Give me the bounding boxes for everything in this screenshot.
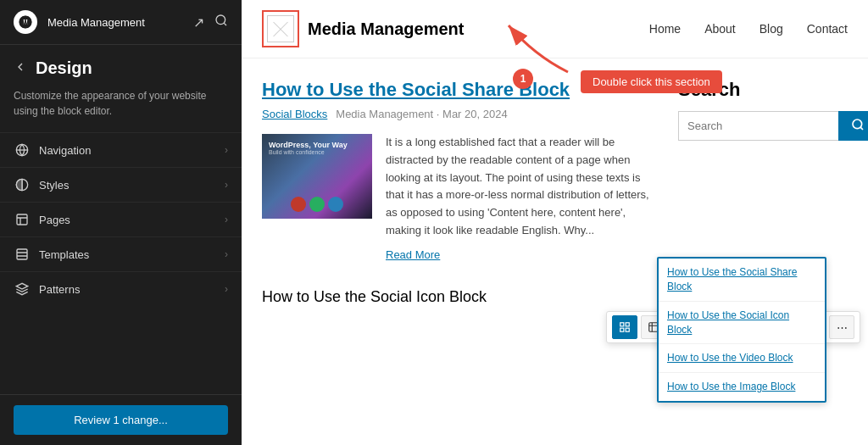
widget-title: Search (678, 79, 848, 101)
templates-chevron: › (225, 248, 228, 260)
nav-contact[interactable]: Contact (807, 22, 848, 36)
styles-label: Styles (39, 179, 225, 192)
article-meta: Social Blocks Media Management · Mar 20,… (262, 108, 651, 120)
sidebar-widget: Search (678, 79, 848, 261)
article-text-container: It is a long established fact that a rea… (386, 134, 651, 261)
svg-text:W: W (22, 19, 29, 26)
toolbar-btn-more[interactable]: ⋯ (829, 315, 854, 339)
external-link-icon[interactable]: ↗ (193, 14, 204, 31)
dropdown-item-1[interactable]: How to Use the Social Icon Block (659, 302, 825, 345)
pages-icon (14, 211, 31, 228)
search-input[interactable] (678, 111, 838, 141)
navigation-label: Navigation (39, 144, 225, 157)
sidebar-item-templates[interactable]: Templates › (0, 236, 242, 271)
read-more-link[interactable]: Read More (386, 248, 651, 261)
navigation-chevron: › (225, 144, 228, 156)
thumbnail-sub: Build with confidence (269, 149, 325, 155)
patterns-label: Patterns (39, 283, 225, 296)
styles-chevron: › (225, 179, 228, 191)
sidebar-item-navigation[interactable]: Navigation › (0, 132, 242, 167)
thumbnail-title: WordPress, Your Way (269, 141, 348, 149)
nav-blog[interactable]: Blog (760, 22, 783, 36)
article-main: How to Use the Social Share Block Social… (262, 79, 651, 261)
dropdown-panel: How to Use the Social Share Block How to… (657, 257, 826, 403)
styles-icon (14, 176, 31, 193)
thumbnail-people (291, 197, 343, 212)
nav-about[interactable]: About (704, 22, 736, 36)
nav-items: Navigation › Styles › Pages › (0, 132, 242, 394)
svg-rect-12 (626, 328, 629, 331)
site-logo-area: Media Management (262, 10, 464, 47)
article-meta-text: Media Management · Mar 20, 2024 (336, 108, 507, 120)
wp-logo[interactable]: W (14, 10, 37, 34)
pages-label: Pages (39, 214, 225, 226)
article-body: WordPress, Your Way Build with confidenc… (262, 134, 651, 261)
search-button[interactable] (838, 111, 868, 141)
patterns-chevron: › (225, 283, 228, 295)
nav-home[interactable]: Home (649, 22, 681, 36)
article-area: How to Use the Social Share Block Social… (242, 58, 868, 281)
avatar-3 (328, 197, 343, 212)
review-bar: Review 1 change... (0, 394, 242, 445)
toolbar-btn-0[interactable] (612, 315, 637, 339)
svg-rect-11 (620, 328, 624, 331)
article-thumbnail: WordPress, Your Way Build with confidenc… (262, 134, 372, 219)
pages-chevron: › (225, 214, 228, 225)
article-text: It is a long established fact that a rea… (386, 134, 651, 240)
dropdown-item-0[interactable]: How to Use the Social Share Block (659, 259, 825, 302)
sidebar: W Media Management ↗ Design Customize th… (0, 0, 242, 445)
dropdown-item-3[interactable]: How to Use the Image Block (659, 373, 825, 401)
templates-icon (14, 246, 31, 263)
svg-point-8 (853, 120, 862, 129)
logo-placeholder-icon (264, 12, 298, 46)
article-category[interactable]: Social Blocks (262, 108, 327, 120)
patterns-icon (14, 281, 31, 298)
navigation-icon (14, 142, 31, 159)
avatar-2 (309, 197, 325, 212)
svg-rect-6 (17, 249, 27, 259)
preview-container: Media Management Home About Blog Contact (242, 0, 868, 445)
sidebar-site-title: Media Management (47, 16, 183, 29)
sidebar-top-bar: W Media Management ↗ (0, 0, 242, 45)
site-name: Media Management (308, 19, 464, 39)
svg-rect-9 (620, 323, 624, 326)
svg-rect-5 (17, 214, 27, 225)
svg-point-2 (216, 15, 225, 25)
design-title: Design (36, 58, 92, 78)
design-header: Design (0, 45, 242, 85)
main-area: Media Management Home About Blog Contact (242, 0, 868, 445)
search-icon[interactable] (214, 14, 228, 31)
dropdown-item-2[interactable]: How to Use the Video Block (659, 344, 825, 373)
sidebar-item-styles[interactable]: Styles › (0, 167, 242, 202)
sidebar-item-patterns[interactable]: Patterns › (0, 271, 242, 306)
review-button[interactable]: Review 1 change... (14, 405, 228, 435)
site-nav: Home About Blog Contact (649, 22, 848, 36)
back-button[interactable] (14, 60, 27, 77)
site-header: Media Management Home About Blog Contact (242, 0, 868, 58)
site-logo[interactable] (262, 10, 299, 47)
avatar-1 (291, 197, 306, 212)
svg-rect-10 (626, 323, 629, 326)
search-row (678, 111, 848, 141)
article-title[interactable]: How to Use the Social Share Block (262, 79, 651, 101)
design-subtitle: Customize the appearance of your website… (0, 85, 242, 132)
sidebar-item-pages[interactable]: Pages › (0, 202, 242, 236)
templates-label: Templates (39, 248, 225, 261)
